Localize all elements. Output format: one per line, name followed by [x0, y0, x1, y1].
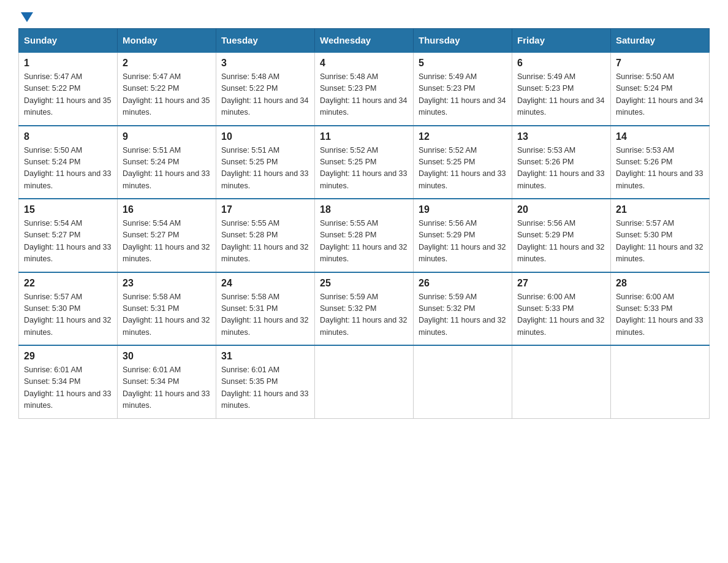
day-number: 13 — [517, 131, 605, 142]
week-row-3: 15 Sunrise: 5:54 AMSunset: 5:27 PMDaylig… — [19, 199, 710, 272]
calendar-cell: 24 Sunrise: 5:58 AMSunset: 5:31 PMDaylig… — [216, 272, 315, 346]
calendar-cell: 16 Sunrise: 5:54 AMSunset: 5:27 PMDaylig… — [118, 199, 216, 272]
day-info: Sunrise: 6:01 AMSunset: 5:34 PMDaylight:… — [123, 366, 210, 410]
calendar-cell: 9 Sunrise: 5:51 AMSunset: 5:24 PMDayligh… — [118, 126, 216, 199]
day-number: 14 — [616, 131, 704, 142]
weekday-header-thursday: Thursday — [414, 29, 512, 53]
day-info: Sunrise: 5:56 AMSunset: 5:29 PMDaylight:… — [517, 219, 604, 263]
calendar-cell: 25 Sunrise: 5:59 AMSunset: 5:32 PMDaylig… — [315, 272, 414, 346]
day-number: 2 — [123, 58, 211, 69]
day-number: 6 — [517, 58, 605, 69]
calendar-cell: 3 Sunrise: 5:48 AMSunset: 5:22 PMDayligh… — [216, 52, 315, 126]
day-info: Sunrise: 5:50 AMSunset: 5:24 PMDaylight:… — [616, 72, 703, 117]
day-number: 15 — [24, 204, 112, 215]
day-number: 29 — [24, 351, 112, 362]
weekday-header-friday: Friday — [512, 29, 611, 53]
calendar-cell — [414, 345, 512, 418]
day-number: 10 — [221, 131, 309, 142]
day-info: Sunrise: 6:01 AMSunset: 5:34 PMDaylight:… — [24, 366, 111, 410]
day-number: 24 — [221, 278, 309, 289]
weekday-header-wednesday: Wednesday — [315, 29, 414, 53]
day-info: Sunrise: 5:58 AMSunset: 5:31 PMDaylight:… — [123, 293, 210, 337]
day-info: Sunrise: 5:54 AMSunset: 5:27 PMDaylight:… — [24, 219, 111, 263]
calendar-cell: 18 Sunrise: 5:55 AMSunset: 5:28 PMDaylig… — [315, 199, 414, 272]
day-info: Sunrise: 5:59 AMSunset: 5:32 PMDaylight:… — [320, 293, 407, 337]
day-number: 30 — [123, 351, 211, 362]
day-number: 19 — [419, 204, 507, 215]
calendar-cell: 13 Sunrise: 5:53 AMSunset: 5:26 PMDaylig… — [512, 126, 611, 199]
day-number: 16 — [123, 204, 211, 215]
week-row-2: 8 Sunrise: 5:50 AMSunset: 5:24 PMDayligh… — [19, 126, 710, 199]
calendar-cell: 22 Sunrise: 5:57 AMSunset: 5:30 PMDaylig… — [19, 272, 118, 346]
day-info: Sunrise: 5:52 AMSunset: 5:25 PMDaylight:… — [320, 146, 407, 190]
day-info: Sunrise: 5:55 AMSunset: 5:28 PMDaylight:… — [320, 219, 407, 263]
day-info: Sunrise: 5:47 AMSunset: 5:22 PMDaylight:… — [24, 72, 111, 117]
day-number: 26 — [419, 278, 507, 289]
day-info: Sunrise: 5:53 AMSunset: 5:26 PMDaylight:… — [517, 146, 604, 190]
day-info: Sunrise: 6:00 AMSunset: 5:33 PMDaylight:… — [517, 293, 604, 337]
day-number: 22 — [24, 278, 112, 289]
day-number: 21 — [616, 204, 704, 215]
calendar-cell: 21 Sunrise: 5:57 AMSunset: 5:30 PMDaylig… — [611, 199, 710, 272]
calendar-cell: 6 Sunrise: 5:49 AMSunset: 5:23 PMDayligh… — [512, 52, 611, 126]
day-number: 23 — [123, 278, 211, 289]
calendar-cell: 23 Sunrise: 5:58 AMSunset: 5:31 PMDaylig… — [118, 272, 216, 346]
day-number: 1 — [24, 58, 112, 69]
calendar-cell — [611, 345, 710, 418]
calendar-cell: 15 Sunrise: 5:54 AMSunset: 5:27 PMDaylig… — [19, 199, 118, 272]
day-number: 11 — [320, 131, 408, 142]
day-info: Sunrise: 5:48 AMSunset: 5:22 PMDaylight:… — [221, 72, 308, 117]
day-number: 5 — [419, 58, 507, 69]
day-info: Sunrise: 5:47 AMSunset: 5:22 PMDaylight:… — [123, 72, 210, 117]
day-number: 3 — [221, 58, 309, 69]
calendar-cell: 14 Sunrise: 5:53 AMSunset: 5:26 PMDaylig… — [611, 126, 710, 199]
day-info: Sunrise: 5:50 AMSunset: 5:24 PMDaylight:… — [24, 146, 111, 190]
calendar-cell: 10 Sunrise: 5:51 AMSunset: 5:25 PMDaylig… — [216, 126, 315, 199]
page-header — [18, 12, 710, 22]
day-info: Sunrise: 5:58 AMSunset: 5:31 PMDaylight:… — [221, 293, 308, 337]
day-info: Sunrise: 5:59 AMSunset: 5:32 PMDaylight:… — [419, 293, 506, 337]
calendar-cell: 29 Sunrise: 6:01 AMSunset: 5:34 PMDaylig… — [19, 345, 118, 418]
calendar-cell: 5 Sunrise: 5:49 AMSunset: 5:23 PMDayligh… — [414, 52, 512, 126]
calendar-cell: 17 Sunrise: 5:55 AMSunset: 5:28 PMDaylig… — [216, 199, 315, 272]
logo-triangle-icon — [21, 12, 33, 22]
calendar-cell: 12 Sunrise: 5:52 AMSunset: 5:25 PMDaylig… — [414, 126, 512, 199]
day-info: Sunrise: 5:53 AMSunset: 5:26 PMDaylight:… — [616, 146, 703, 190]
calendar-cell: 19 Sunrise: 5:56 AMSunset: 5:29 PMDaylig… — [414, 199, 512, 272]
day-info: Sunrise: 5:48 AMSunset: 5:23 PMDaylight:… — [320, 72, 407, 117]
weekday-header-tuesday: Tuesday — [216, 29, 315, 53]
calendar-cell: 4 Sunrise: 5:48 AMSunset: 5:23 PMDayligh… — [315, 52, 414, 126]
day-number: 9 — [123, 131, 211, 142]
day-info: Sunrise: 6:01 AMSunset: 5:35 PMDaylight:… — [221, 366, 308, 410]
day-info: Sunrise: 5:52 AMSunset: 5:25 PMDaylight:… — [419, 146, 506, 190]
day-info: Sunrise: 5:57 AMSunset: 5:30 PMDaylight:… — [24, 293, 111, 337]
logo — [18, 12, 33, 22]
day-number: 28 — [616, 278, 704, 289]
day-info: Sunrise: 5:55 AMSunset: 5:28 PMDaylight:… — [221, 219, 308, 263]
day-info: Sunrise: 5:57 AMSunset: 5:30 PMDaylight:… — [616, 219, 703, 263]
weekday-header-saturday: Saturday — [611, 29, 710, 53]
weekday-header-monday: Monday — [118, 29, 216, 53]
weekday-header-sunday: Sunday — [19, 29, 118, 53]
day-number: 17 — [221, 204, 309, 215]
week-row-1: 1 Sunrise: 5:47 AMSunset: 5:22 PMDayligh… — [19, 52, 710, 126]
calendar-table: SundayMondayTuesdayWednesdayThursdayFrid… — [18, 28, 710, 419]
calendar-cell — [512, 345, 611, 418]
calendar-cell: 11 Sunrise: 5:52 AMSunset: 5:25 PMDaylig… — [315, 126, 414, 199]
day-number: 31 — [221, 351, 309, 362]
day-info: Sunrise: 5:51 AMSunset: 5:25 PMDaylight:… — [221, 146, 308, 190]
calendar-cell: 30 Sunrise: 6:01 AMSunset: 5:34 PMDaylig… — [118, 345, 216, 418]
day-number: 8 — [24, 131, 112, 142]
calendar-cell: 28 Sunrise: 6:00 AMSunset: 5:33 PMDaylig… — [611, 272, 710, 346]
week-row-5: 29 Sunrise: 6:01 AMSunset: 5:34 PMDaylig… — [19, 345, 710, 418]
calendar-header-row: SundayMondayTuesdayWednesdayThursdayFrid… — [19, 29, 710, 53]
calendar-cell: 20 Sunrise: 5:56 AMSunset: 5:29 PMDaylig… — [512, 199, 611, 272]
day-number: 4 — [320, 58, 408, 69]
calendar-cell: 26 Sunrise: 5:59 AMSunset: 5:32 PMDaylig… — [414, 272, 512, 346]
calendar-cell: 8 Sunrise: 5:50 AMSunset: 5:24 PMDayligh… — [19, 126, 118, 199]
day-number: 7 — [616, 58, 704, 69]
day-number: 12 — [419, 131, 507, 142]
calendar-cell: 2 Sunrise: 5:47 AMSunset: 5:22 PMDayligh… — [118, 52, 216, 126]
day-info: Sunrise: 6:00 AMSunset: 5:33 PMDaylight:… — [616, 293, 703, 337]
calendar-cell: 7 Sunrise: 5:50 AMSunset: 5:24 PMDayligh… — [611, 52, 710, 126]
